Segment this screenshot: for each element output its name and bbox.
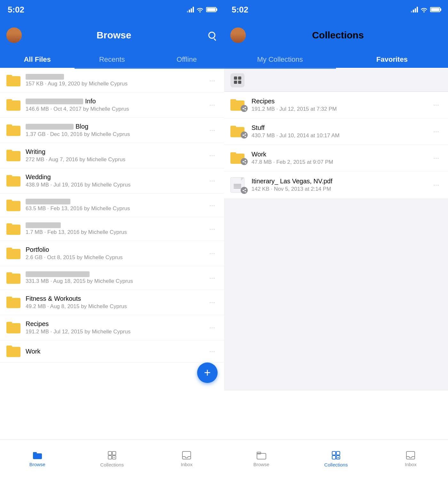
file-meta: 63.5 MB · Feb 13, 2016 by Michelle Cypru…: [26, 205, 202, 212]
signal-bar-3: [415, 8, 416, 12]
list-item[interactable]: Info 146.6 MB · Oct 4, 2017 by Michelle …: [0, 92, 224, 118]
file-name-blurred: [26, 199, 70, 204]
list-item[interactable]: Recipes 191.2 MB · Jul 12, 2015 at 7:32 …: [224, 92, 448, 118]
right-collections-label: Collections: [324, 462, 348, 467]
right-collections-tab-icon: [331, 450, 341, 460]
browse-tab-nav: All Files Recents Offline: [0, 51, 224, 69]
more-button[interactable]: ···: [207, 100, 218, 110]
svg-rect-3: [112, 451, 116, 455]
right-battery-fill: [431, 8, 439, 11]
browse-title: Browse: [22, 30, 206, 41]
list-item[interactable]: Work 47.8 MB · Feb 2, 2015 at 9:07 PM ··…: [224, 145, 448, 171]
item-meta: 430.7 MB · Jul 10, 2014 at 10:17 AM: [252, 132, 426, 139]
item-name: Recipes: [252, 98, 426, 105]
left-status-bar: 5:02: [0, 0, 224, 19]
list-item[interactable]: Stuff 430.7 MB · Jul 10, 2014 at 10:17 A…: [224, 118, 448, 145]
file-name: Writing: [26, 148, 202, 155]
list-item[interactable]: Recipes 191.2 MB · Jul 12, 2015 by Miche…: [0, 315, 224, 340]
svg-marker-14: [337, 457, 339, 458]
left-avatar[interactable]: [6, 28, 22, 43]
tab-favorites[interactable]: Favorites: [336, 51, 448, 68]
more-button[interactable]: ···: [431, 179, 442, 190]
add-button[interactable]: +: [197, 362, 218, 383]
bottom-tab-inbox[interactable]: Inbox: [149, 440, 224, 478]
more-button[interactable]: ···: [207, 224, 218, 235]
tab-offline[interactable]: Offline: [149, 51, 224, 68]
list-item[interactable]: Writing 272 MB · Aug 7, 2016 by Michelle…: [0, 143, 224, 168]
bottom-tab-browse[interactable]: Browse: [0, 440, 75, 478]
avatar-image: [6, 28, 22, 43]
search-button[interactable]: [206, 29, 218, 41]
list-item[interactable]: Itinerary_ Las Vegas, NV.pdf 142 KB · No…: [224, 171, 448, 199]
more-button[interactable]: ···: [207, 346, 218, 357]
tab-recents[interactable]: Recents: [75, 51, 149, 68]
more-button[interactable]: ···: [207, 150, 218, 161]
more-button[interactable]: ···: [207, 200, 218, 211]
more-button[interactable]: ···: [207, 175, 218, 186]
file-name-blurred: [26, 124, 74, 130]
collections-panel: 5:02 Collections: [224, 0, 448, 478]
more-button[interactable]: ···: [207, 75, 218, 86]
left-time: 5:02: [8, 5, 24, 15]
right-avatar[interactable]: [230, 28, 246, 43]
list-item[interactable]: Portfolio 2.6 GB · Oct 8, 2015 by Michel…: [0, 241, 224, 266]
collections-title: Collections: [246, 30, 430, 41]
svg-rect-10: [332, 451, 336, 455]
svg-rect-4: [108, 456, 112, 459]
right-inbox-label: Inbox: [405, 462, 417, 467]
right-avatar-image: [230, 28, 246, 43]
list-item[interactable]: Wedding 438.9 MB · Jul 19, 2016 by Miche…: [0, 168, 224, 194]
favorites-list: Recipes 191.2 MB · Jul 12, 2015 at 7:32 …: [224, 92, 448, 440]
grid-view-icon: [234, 76, 241, 84]
right-bottom-tab-browse[interactable]: Browse: [224, 440, 299, 478]
svg-rect-12: [332, 456, 336, 459]
list-item[interactable]: Fitness & Workouts 49.2 MB · Aug 8, 2015…: [0, 290, 224, 315]
list-item[interactable]: 1.7 MB · Feb 13, 2016 by Michelle Cyprus…: [0, 217, 224, 241]
more-button[interactable]: ···: [431, 126, 442, 137]
svg-rect-11: [336, 451, 340, 455]
folder-icon: [6, 223, 20, 235]
grid-toggle-button[interactable]: [230, 73, 244, 87]
list-item[interactable]: Work ···: [0, 340, 224, 362]
folder-icon-wrap: [230, 99, 246, 111]
right-time: 5:02: [232, 5, 248, 15]
more-button[interactable]: ···: [431, 100, 442, 110]
file-name-blurred: [26, 74, 64, 80]
file-name-blurred: [26, 99, 83, 104]
right-bottom-tab-collections[interactable]: Collections: [299, 440, 373, 478]
file-meta: 438.9 MB · Jul 19, 2016 by Michelle Cypr…: [26, 182, 202, 188]
more-button[interactable]: ···: [207, 273, 218, 283]
more-button[interactable]: ···: [207, 125, 218, 136]
more-button[interactable]: ···: [207, 322, 218, 333]
more-button[interactable]: ···: [207, 248, 218, 259]
right-bottom-tab-inbox[interactable]: Inbox: [373, 440, 448, 478]
more-button[interactable]: ···: [207, 297, 218, 308]
collections-tab-icon: [107, 450, 117, 460]
list-item[interactable]: 157 KB · Aug 19, 2020 by Michelle Cyprus…: [0, 69, 224, 92]
signal-bar-4: [417, 7, 418, 12]
right-signal: [411, 7, 418, 12]
more-button[interactable]: ···: [431, 153, 442, 163]
tab-my-collections[interactable]: My Collections: [224, 51, 336, 68]
pdf-icon-wrap: [230, 177, 246, 193]
tab-all-files[interactable]: All Files: [0, 51, 75, 68]
item-meta: 142 KB · Nov 5, 2013 at 2:14 PM: [252, 186, 426, 192]
list-item[interactable]: 331.3 MB · Aug 18, 2015 by Michelle Cypr…: [0, 266, 224, 290]
signal-bar-2: [413, 10, 414, 12]
list-item[interactable]: 63.5 MB · Feb 13, 2016 by Michelle Cypru…: [0, 194, 224, 217]
right-browse-label: Browse: [253, 462, 269, 467]
file-name: Recipes: [26, 320, 202, 328]
shared-badge: [241, 187, 248, 194]
item-meta: 47.8 MB · Feb 2, 2015 at 9:07 PM: [252, 159, 426, 165]
bottom-tab-collections[interactable]: Collections: [75, 440, 149, 478]
left-signal: [187, 7, 194, 12]
file-list: 157 KB · Aug 19, 2020 by Michelle Cyprus…: [0, 69, 224, 440]
signal-bar-1: [411, 11, 412, 12]
bottom-tab-inbox-label: Inbox: [181, 462, 193, 467]
right-browse-tab-icon: [256, 451, 267, 460]
folder-icon: [6, 175, 20, 187]
folder-icon-wrap: [230, 126, 246, 137]
list-item[interactable]: Blog 1.37 GB · Dec 10, 2016 by Michelle …: [0, 118, 224, 143]
folder-icon: [6, 248, 20, 259]
svg-rect-1: [33, 452, 37, 454]
